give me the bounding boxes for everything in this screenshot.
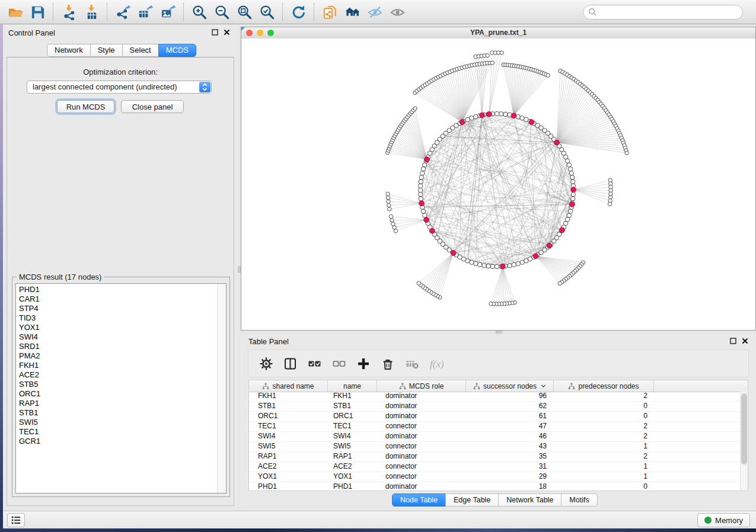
dominator-node[interactable] [460, 120, 465, 125]
mcds-result-item[interactable]: PHD1 [16, 285, 217, 294]
network-graph[interactable] [241, 39, 755, 330]
dominator-node[interactable] [419, 201, 425, 206]
leaf-node[interactable] [546, 73, 550, 77]
add-row-button[interactable] [356, 356, 371, 371]
table-row[interactable]: ORC1ORC1dominator610 [249, 412, 741, 422]
hide-selected-button[interactable] [363, 2, 386, 22]
leaf-node[interactable] [389, 214, 393, 218]
ring-node[interactable] [423, 163, 427, 167]
delete-table-button[interactable] [404, 356, 420, 371]
ring-node[interactable] [465, 117, 470, 121]
import-network-button[interactable] [58, 2, 80, 22]
ring-node[interactable] [503, 112, 508, 116]
ring-node[interactable] [419, 193, 423, 197]
ring-node[interactable] [567, 213, 571, 217]
mcds-result-item[interactable]: STP4 [16, 304, 217, 313]
open-file-button[interactable] [4, 2, 26, 22]
column-header-name[interactable]: name [328, 380, 377, 392]
mcds-result-item[interactable]: GCR1 [16, 437, 217, 446]
tab-mcds[interactable]: MCDS [158, 44, 196, 57]
mcds-result-scrollbar[interactable] [217, 284, 226, 493]
table-row[interactable]: YOX1YOX1connector291 [249, 472, 741, 482]
mcds-result-item[interactable]: ORC1 [16, 389, 217, 399]
dominator-node[interactable] [480, 113, 485, 118]
close-panel-icon-button[interactable] [224, 29, 230, 36]
ring-node[interactable] [569, 171, 573, 175]
mcds-result-item[interactable]: TEC1 [16, 427, 217, 437]
leaf-node[interactable] [625, 151, 629, 155]
mcds-result-item[interactable]: RAP1 [16, 399, 217, 408]
ring-node[interactable] [423, 213, 427, 217]
mcds-result-item[interactable]: YOX1 [16, 323, 217, 332]
dominator-node[interactable] [547, 243, 552, 248]
export-image-button[interactable] [157, 2, 179, 22]
close-panel-button[interactable]: Close panel [121, 100, 184, 113]
mcds-result-item[interactable]: SRD1 [16, 342, 217, 351]
ring-node[interactable] [571, 197, 575, 201]
ring-node[interactable] [570, 175, 575, 180]
float-table-panel-button[interactable] [730, 338, 736, 344]
tab-style[interactable]: Style [90, 44, 123, 57]
run-mcds-button[interactable]: Run MCDS [57, 100, 114, 113]
leaf-node[interactable] [486, 53, 489, 57]
leaf-node[interactable] [393, 226, 396, 229]
dominator-node[interactable] [560, 227, 565, 233]
mcds-result-item[interactable]: SWI5 [16, 418, 217, 427]
leaf-node[interactable] [387, 200, 390, 203]
table-row[interactable]: RAP1RAP1dominator352 [249, 452, 741, 462]
optimization-select[interactable]: largest connected component (undirected) [27, 81, 212, 94]
ring-node[interactable] [568, 209, 572, 213]
table-row[interactable]: SWI5SWI5connector431 [249, 442, 741, 452]
dominator-node[interactable] [533, 254, 538, 259]
leaf-node[interactable] [490, 61, 494, 65]
leaf-node[interactable] [388, 207, 391, 211]
ring-node[interactable] [568, 167, 572, 171]
dominator-node[interactable] [487, 111, 492, 117]
leaf-node[interactable] [413, 107, 417, 110]
ring-node[interactable] [419, 175, 423, 180]
leaf-node[interactable] [500, 51, 503, 55]
ring-node[interactable] [495, 264, 499, 268]
tab-network[interactable]: Network [47, 44, 91, 57]
duplicate-network-button[interactable] [318, 2, 341, 22]
memory-button[interactable]: Memory [697, 513, 750, 527]
table-row[interactable]: STB1STB1dominator620 [249, 402, 741, 412]
dominator-node[interactable] [511, 113, 516, 118]
maximize-window-button[interactable] [267, 30, 274, 36]
leaf-node[interactable] [417, 281, 420, 285]
ring-node[interactable] [478, 262, 482, 267]
ring-node[interactable] [520, 260, 524, 264]
table-row[interactable]: PHD1PHD1dominator180 [249, 482, 741, 491]
ring-node[interactable] [566, 159, 570, 163]
zoom-fit-button[interactable] [233, 2, 256, 22]
zoom-selected-button[interactable] [256, 2, 278, 22]
leaf-node[interactable] [394, 229, 397, 233]
network-window-titlebar[interactable]: YPA_prune.txt_1 [241, 27, 755, 39]
table-settings-button[interactable] [259, 356, 274, 371]
ring-node[interactable] [486, 264, 490, 268]
refresh-network-button[interactable] [287, 2, 310, 22]
select-all-rows-button[interactable] [307, 356, 323, 371]
ring-node[interactable] [495, 111, 499, 116]
first-neighbors-button[interactable] [341, 2, 363, 22]
ring-node[interactable] [474, 261, 478, 265]
toggle-columns-button[interactable] [283, 356, 298, 371]
ring-node[interactable] [490, 264, 495, 268]
import-table-button[interactable] [80, 2, 103, 22]
ring-node[interactable] [421, 209, 425, 213]
ring-node[interactable] [419, 197, 423, 201]
ring-node[interactable] [418, 188, 422, 192]
dominator-node[interactable] [570, 202, 575, 207]
leaf-node[interactable] [391, 222, 395, 226]
dominator-node[interactable] [571, 187, 576, 193]
mcds-result-item[interactable]: TID3 [16, 313, 217, 323]
save-session-button[interactable] [26, 2, 49, 22]
deselect-all-rows-button[interactable] [331, 356, 347, 371]
mcds-result-item[interactable]: FKH1 [16, 361, 217, 370]
tab-motifs[interactable]: Motifs [561, 493, 597, 507]
dominator-node[interactable] [529, 120, 534, 125]
column-header-shared-name[interactable]: shared name [249, 380, 328, 392]
ring-node[interactable] [419, 180, 423, 184]
leaf-node[interactable] [558, 281, 562, 285]
search-box[interactable] [583, 5, 743, 20]
